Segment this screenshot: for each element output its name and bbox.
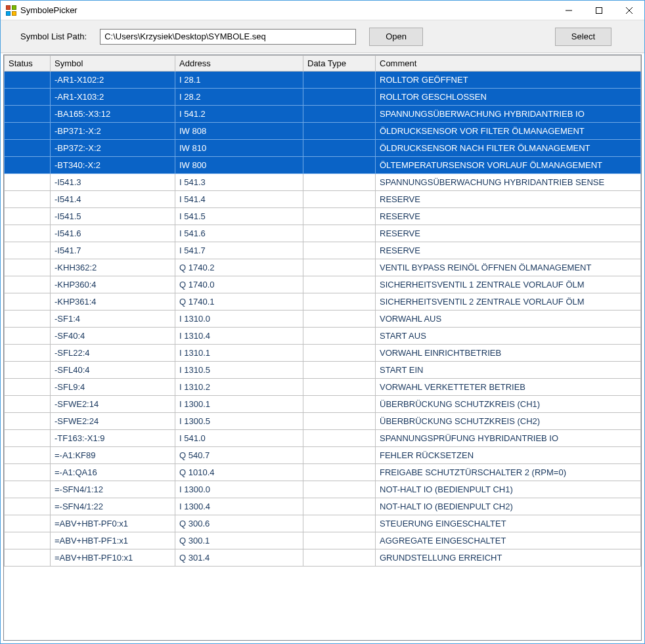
cell-comment[interactable]: RESERVE xyxy=(376,208,641,225)
cell-address[interactable]: I 541.2 xyxy=(175,106,303,123)
cell-status[interactable] xyxy=(5,464,51,481)
cell-status[interactable] xyxy=(5,345,51,362)
table-row[interactable]: -SFL40:4I 1310.5START EIN xyxy=(5,362,641,379)
cell-status[interactable] xyxy=(5,276,51,293)
cell-comment[interactable]: ÖLDRUCKSENSOR VOR FILTER ÖLMANAGEMENT xyxy=(376,123,641,140)
cell-address[interactable]: IW 810 xyxy=(175,140,303,157)
cell-status[interactable] xyxy=(5,242,51,259)
table-row[interactable]: -BA165:-X3:12I 541.2SPANNUNGSÜBERWACHUNG… xyxy=(5,106,641,123)
cell-datatype[interactable] xyxy=(303,311,376,328)
cell-status[interactable] xyxy=(5,72,51,89)
select-button[interactable]: Select xyxy=(555,28,612,46)
cell-comment[interactable]: RESERVE xyxy=(376,191,641,208)
cell-symbol[interactable]: -I541.6 xyxy=(51,225,175,242)
cell-datatype[interactable] xyxy=(303,345,376,362)
cell-address[interactable]: I 28.1 xyxy=(175,72,303,89)
cell-status[interactable] xyxy=(5,481,51,498)
cell-datatype[interactable] xyxy=(303,191,376,208)
cell-address[interactable]: IW 808 xyxy=(175,123,303,140)
table-row[interactable]: =ABV+HBT-PF0:x1Q 300.6STEUERUNG EINGESCH… xyxy=(5,515,641,532)
cell-datatype[interactable] xyxy=(303,174,376,191)
cell-datatype[interactable] xyxy=(303,259,376,276)
table-row[interactable]: -SF1:4I 1310.0VORWAHL AUS xyxy=(5,311,641,328)
cell-status[interactable] xyxy=(5,498,51,515)
table-row[interactable]: -KHP360:4Q 1740.0SICHERHEITSVENTIL 1 ZEN… xyxy=(5,276,641,293)
cell-datatype[interactable] xyxy=(303,208,376,225)
cell-symbol[interactable]: =-A1:QA16 xyxy=(51,464,175,481)
cell-datatype[interactable] xyxy=(303,498,376,515)
col-address[interactable]: Address xyxy=(175,56,303,72)
cell-address[interactable]: I 1310.5 xyxy=(175,362,303,379)
cell-status[interactable] xyxy=(5,259,51,276)
cell-datatype[interactable] xyxy=(303,157,376,174)
minimize-button[interactable] xyxy=(554,1,584,20)
cell-symbol[interactable]: =ABV+HBT-PF10:x1 xyxy=(51,549,175,567)
cell-status[interactable] xyxy=(5,413,51,430)
cell-symbol[interactable]: -I541.3 xyxy=(51,174,175,191)
cell-symbol[interactable]: =ABV+HBT-PF1:x1 xyxy=(51,532,175,549)
table-row[interactable]: -BT340:-X:2IW 800ÖLTEMPERATURSENSOR VORL… xyxy=(5,157,641,174)
table-row[interactable]: =ABV+HBT-PF10:x1Q 301.4GRUNDSTELLUNG ERR… xyxy=(5,549,641,567)
table-row[interactable]: -SFL22:4I 1310.1VORWAHL EINRICHTBETRIEB xyxy=(5,345,641,362)
table-row[interactable]: =-A1:KF89Q 540.7FEHLER RÜCKSETZEN xyxy=(5,447,641,464)
col-symbol[interactable]: Symbol xyxy=(51,56,175,72)
cell-datatype[interactable] xyxy=(303,123,376,140)
cell-datatype[interactable] xyxy=(303,89,376,106)
table-row[interactable]: -SFWE2:24I 1300.5ÜBERBRÜCKUNG SCHUTZKREI… xyxy=(5,413,641,430)
cell-datatype[interactable] xyxy=(303,430,376,447)
cell-status[interactable] xyxy=(5,140,51,157)
cell-datatype[interactable] xyxy=(303,447,376,464)
cell-symbol[interactable]: -I541.5 xyxy=(51,208,175,225)
cell-comment[interactable]: NOT-HALT IO (BEDIENPULT CH1) xyxy=(376,481,641,498)
cell-symbol[interactable]: -BP371:-X:2 xyxy=(51,123,175,140)
cell-address[interactable]: I 541.4 xyxy=(175,191,303,208)
cell-datatype[interactable] xyxy=(303,396,376,413)
cell-status[interactable] xyxy=(5,106,51,123)
cell-comment[interactable]: FEHLER RÜCKSETZEN xyxy=(376,447,641,464)
cell-address[interactable]: Q 301.4 xyxy=(175,549,303,567)
cell-symbol[interactable]: -TF163:-X1:9 xyxy=(51,430,175,447)
cell-datatype[interactable] xyxy=(303,293,376,311)
table-row[interactable]: -TF163:-X1:9I 541.0SPANNUNGSPRÜFUNG HYBR… xyxy=(5,430,641,447)
cell-status[interactable] xyxy=(5,328,51,345)
cell-status[interactable] xyxy=(5,208,51,225)
cell-status[interactable] xyxy=(5,174,51,191)
cell-datatype[interactable] xyxy=(303,549,376,567)
cell-comment[interactable]: SPANNUNGSPRÜFUNG HYBRIDANTRIEB IO xyxy=(376,430,641,447)
cell-comment[interactable]: START EIN xyxy=(376,362,641,379)
cell-datatype[interactable] xyxy=(303,532,376,549)
cell-datatype[interactable] xyxy=(303,379,376,396)
table-row[interactable]: -AR1-X103:2I 28.2ROLLTOR GESCHLOSSEN xyxy=(5,89,641,106)
cell-address[interactable]: I 1300.1 xyxy=(175,396,303,413)
cell-address[interactable]: I 1300.4 xyxy=(175,498,303,515)
cell-comment[interactable]: START AUS xyxy=(376,328,641,345)
cell-comment[interactable]: SPANNUNGSÜBERWACHUNG HYBRIDANTRIEB IO xyxy=(376,106,641,123)
cell-address[interactable]: Q 1740.1 xyxy=(175,293,303,311)
cell-symbol[interactable]: -KHP361:4 xyxy=(51,293,175,311)
table-row[interactable]: -SFL9:4I 1310.2VORWAHL VERKETTETER BETRI… xyxy=(5,379,641,396)
cell-address[interactable]: I 541.3 xyxy=(175,174,303,191)
cell-comment[interactable]: ÖLTEMPERATURSENSOR VORLAUF ÖLMANAGEMENT xyxy=(376,157,641,174)
cell-status[interactable] xyxy=(5,123,51,140)
cell-symbol[interactable]: -I541.4 xyxy=(51,191,175,208)
open-button[interactable]: Open xyxy=(369,28,423,46)
table-row[interactable]: -I541.7I 541.7RESERVE xyxy=(5,242,641,259)
cell-datatype[interactable] xyxy=(303,140,376,157)
grid-scroll-area[interactable]: Status Symbol Address Data Type Comment … xyxy=(4,55,641,640)
cell-symbol[interactable]: -SFL9:4 xyxy=(51,379,175,396)
cell-status[interactable] xyxy=(5,191,51,208)
cell-comment[interactable]: SICHERHEITSVENTIL 1 ZENTRALE VORLAUF ÖLM xyxy=(376,276,641,293)
cell-address[interactable]: I 541.5 xyxy=(175,208,303,225)
table-row[interactable]: =-SFN4/1:22I 1300.4NOT-HALT IO (BEDIENPU… xyxy=(5,498,641,515)
table-row[interactable]: -I541.4I 541.4RESERVE xyxy=(5,191,641,208)
table-row[interactable]: -SF40:4I 1310.4START AUS xyxy=(5,328,641,345)
cell-datatype[interactable] xyxy=(303,515,376,532)
cell-symbol[interactable]: -SF40:4 xyxy=(51,328,175,345)
cell-symbol[interactable]: =-SFN4/1:22 xyxy=(51,498,175,515)
cell-status[interactable] xyxy=(5,379,51,396)
cell-address[interactable]: Q 300.6 xyxy=(175,515,303,532)
cell-comment[interactable]: ROLLTOR GEÖFFNET xyxy=(376,72,641,89)
table-row[interactable]: -SFWE2:14I 1300.1ÜBERBRÜCKUNG SCHUTZKREI… xyxy=(5,396,641,413)
cell-symbol[interactable]: =-SFN4/1:12 xyxy=(51,481,175,498)
table-row[interactable]: =-A1:QA16Q 1010.4FREIGABE SCHUTZTÜRSCHAL… xyxy=(5,464,641,481)
